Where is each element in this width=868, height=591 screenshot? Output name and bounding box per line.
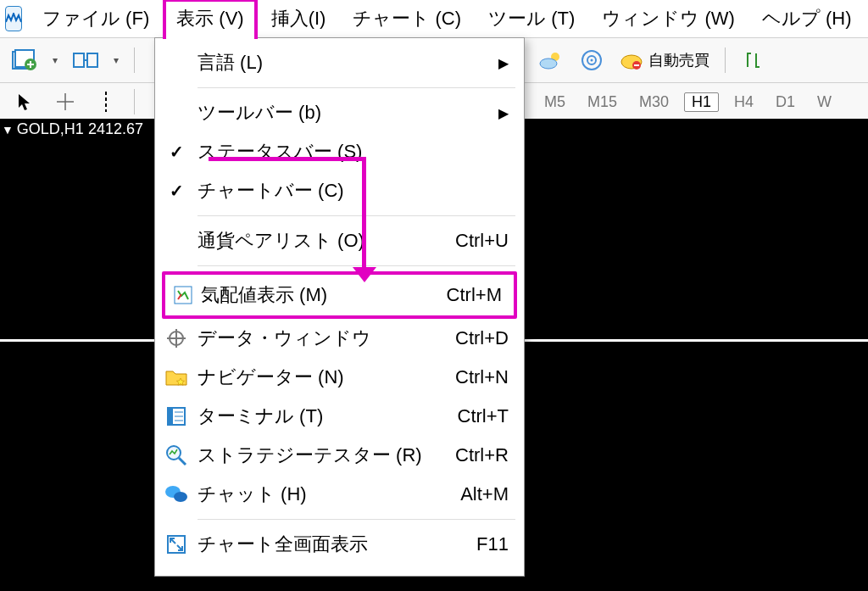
svg-point-6	[540, 59, 557, 69]
timeframe-d1[interactable]: D1	[769, 93, 802, 111]
menu-item-shortcut: Alt+M	[460, 483, 509, 505]
menu-item-label: ツールバー (b)	[198, 100, 493, 125]
menu-item-shortcut: Ctrl+R	[455, 444, 509, 466]
timeframe-m5[interactable]: M5	[537, 93, 572, 111]
autotrade-button[interactable]: 自動売買	[616, 46, 713, 75]
timeframe-m30[interactable]: M30	[632, 93, 676, 111]
svg-rect-3	[74, 53, 84, 67]
menu-item-shortcut: Ctrl+N	[455, 366, 509, 388]
folder-star-icon	[155, 368, 198, 387]
crosshair-icon	[155, 328, 198, 348]
menu-separator	[198, 87, 515, 88]
menu-file[interactable]: ファイル (F)	[29, 3, 163, 35]
annotation-line	[209, 157, 366, 161]
annotation-arrowhead-icon	[353, 267, 376, 282]
app-logo-icon	[5, 6, 22, 31]
menu-item-data-window[interactable]: データ・ウィンドウ Ctrl+D	[155, 319, 524, 358]
menu-item-label: データ・ウィンドウ	[198, 326, 455, 351]
menu-window[interactable]: ウィンドウ (W)	[588, 3, 748, 35]
collapse-triangle-icon[interactable]: ▼	[2, 123, 14, 137]
chart-symbol-label: ▼ GOLD,H1 2412.67	[2, 120, 143, 138]
check-icon	[155, 181, 198, 201]
menu-item-label: 通貨ペアリスト (O)	[198, 228, 455, 254]
toolbar-separator	[134, 47, 135, 73]
menu-item-label: ターミナル (T)	[198, 404, 458, 429]
menu-separator	[198, 265, 515, 266]
menu-item-terminal[interactable]: ターミナル (T) Ctrl+T	[155, 397, 524, 436]
menu-view[interactable]: 表示 (V)	[163, 0, 257, 39]
menu-item-statusbar[interactable]: ステータスバー (S)	[155, 132, 524, 171]
menu-item-label: チャートバー (C)	[198, 178, 509, 204]
target-icon[interactable]	[576, 46, 608, 75]
profiles-button[interactable]	[70, 46, 102, 75]
annotation-line	[362, 157, 366, 269]
view-menu-dropdown: 言語 (L) ▶ ツールバー (b) ▶ ステータスバー (S) チャートバー …	[154, 37, 525, 577]
toolbar-separator	[134, 89, 135, 114]
timeframe-w1[interactable]: W	[810, 93, 838, 111]
menu-help[interactable]: ヘルプ (H)	[748, 3, 865, 35]
cloud-sun-icon[interactable]	[535, 46, 567, 75]
chart-symbol-text: GOLD,H1 2412.67	[17, 120, 143, 138]
profiles-dropdown-icon[interactable]: ▾	[110, 54, 122, 66]
menu-item-navigator[interactable]: ナビゲーター (N) Ctrl+N	[155, 358, 524, 397]
speech-bubbles-icon	[155, 484, 198, 505]
menu-item-language[interactable]: 言語 (L) ▶	[155, 43, 524, 82]
menu-separator	[198, 519, 515, 520]
menu-item-chat[interactable]: チャット (H) Alt+M	[155, 475, 524, 514]
vertical-line-button[interactable]	[90, 87, 122, 116]
timeframe-h4[interactable]: H4	[727, 93, 760, 111]
menu-item-shortcut: Ctrl+M	[447, 284, 502, 306]
check-icon	[155, 142, 198, 162]
new-chart-dropdown-icon[interactable]: ▾	[49, 54, 61, 66]
menu-item-strategy-tester[interactable]: ストラテジーテスター (R) Ctrl+R	[155, 436, 524, 475]
menu-tools[interactable]: ツール (T)	[475, 3, 588, 35]
fullscreen-icon	[155, 534, 198, 555]
magnifier-chart-icon	[155, 444, 198, 466]
svg-point-9	[591, 59, 593, 62]
toolbar-separator	[725, 47, 726, 73]
menu-item-shortcut: Ctrl+U	[455, 230, 509, 252]
svg-rect-17	[168, 408, 173, 425]
list-panel-icon	[155, 407, 198, 426]
cursor-button[interactable]	[8, 87, 41, 116]
menu-item-label: 言語 (L)	[198, 50, 493, 75]
timeframe-h1[interactable]: H1	[684, 92, 719, 112]
menu-item-shortcut: Ctrl+T	[458, 405, 509, 427]
new-chart-button[interactable]	[8, 46, 41, 75]
menu-item-toolbars[interactable]: ツールバー (b) ▶	[155, 93, 524, 132]
menu-item-shortcut: F11	[476, 533, 509, 555]
svg-line-22	[179, 458, 186, 465]
main-menu-bar: ファイル (F) 表示 (V) 挿入(I) チャート (C) ツール (T) ウ…	[0, 0, 868, 38]
crosshair-button[interactable]	[49, 87, 81, 116]
svg-point-24	[174, 492, 187, 502]
submenu-arrow-icon: ▶	[493, 55, 509, 71]
timeframe-m15[interactable]: M15	[581, 93, 624, 111]
menu-chart[interactable]: チャート (C)	[339, 3, 475, 35]
step-icon[interactable]	[737, 46, 770, 75]
menu-item-symbols[interactable]: 通貨ペアリスト (O) Ctrl+U	[155, 221, 524, 260]
menu-separator	[198, 215, 515, 216]
menu-item-label: 気配値表示 (M)	[201, 282, 447, 308]
svg-rect-4	[87, 53, 97, 67]
menu-item-label: チャート全画面表示	[198, 532, 476, 557]
menu-insert[interactable]: 挿入(I)	[258, 3, 340, 35]
menu-item-market-watch[interactable]: 気配値表示 (M) Ctrl+M	[162, 271, 517, 319]
menu-item-label: チャット (H)	[198, 482, 460, 507]
menu-item-label: ストラテジーテスター (R)	[198, 443, 455, 468]
menu-item-fullscreen[interactable]: チャート全画面表示 F11	[155, 525, 524, 564]
market-watch-icon	[165, 286, 201, 304]
menu-item-chartbar[interactable]: チャートバー (C)	[155, 171, 524, 210]
menu-item-shortcut: Ctrl+D	[455, 327, 509, 349]
menu-item-label: ナビゲーター (N)	[198, 365, 455, 390]
autotrade-label: 自動売買	[648, 50, 709, 70]
svg-rect-12	[634, 64, 639, 66]
submenu-arrow-icon: ▶	[493, 105, 509, 121]
